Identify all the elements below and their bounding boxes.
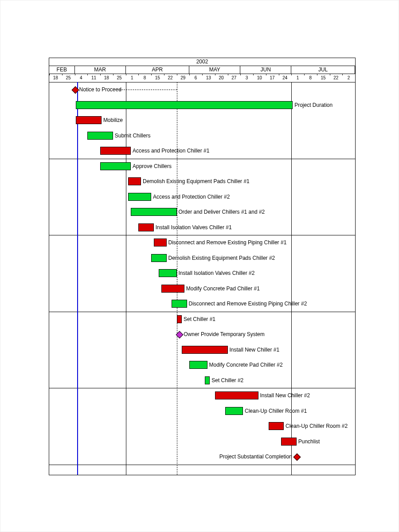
gantt-chart: 2002 FEBMARAPRMAYJUNJUL 1825411182518152… — [49, 58, 356, 475]
task-label: Demolish Existing Equipment Pads Chiller… — [143, 177, 250, 185]
month-label: MAR — [75, 66, 126, 74]
dashed-grid-line — [177, 82, 177, 475]
gantt-bar — [172, 300, 187, 308]
week-tick: 11 — [87, 74, 100, 82]
week-tick: 15 — [151, 74, 164, 82]
gantt-bar — [76, 101, 293, 109]
task-label: Modify Concrete Pad Chiller #2 — [209, 361, 283, 369]
week-tick: 4 — [75, 74, 88, 82]
gantt-bar — [215, 391, 258, 399]
week-tick: 24 — [279, 74, 292, 82]
week-tick: 13 — [202, 74, 215, 82]
task-label: Set Chiller #2 — [211, 376, 243, 384]
week-tick: 10 — [253, 74, 266, 82]
gantt-bar — [159, 269, 176, 277]
year-label: 2002 — [49, 58, 355, 66]
week-tick: 18 — [100, 74, 113, 82]
month-label: JUL — [291, 66, 355, 74]
gantt-bar — [269, 422, 284, 430]
week-tick: 20 — [215, 74, 228, 82]
gantt-bar — [100, 147, 131, 155]
task-label: Disconnect and Remove Existing Piping Ch… — [168, 239, 287, 246]
week-tick: 22 — [330, 74, 343, 82]
gantt-bar — [281, 438, 297, 446]
row-grid-line — [49, 235, 355, 235]
page: 2002 FEBMARAPRMAYJUNJUL 1825411182518152… — [0, 0, 399, 532]
week-tick: 17 — [266, 74, 279, 82]
task-label: Access and Protection Chiller #2 — [153, 193, 230, 201]
gantt-bar — [177, 315, 182, 323]
week-tick: 25 — [62, 74, 75, 82]
milestone-diamond-icon — [293, 454, 301, 461]
task-label: Demolish Existing Equipment Pads Chiller… — [168, 254, 275, 262]
task-label: Punchlist — [298, 438, 320, 446]
week-tick: 25 — [113, 74, 126, 82]
month-label: JUN — [240, 66, 291, 74]
gantt-bar — [131, 208, 177, 216]
dashed-grid-line — [126, 82, 126, 475]
task-label: Install Isolation Valves Chiller #1 — [156, 223, 232, 231]
task-label: Project Duration — [294, 101, 332, 109]
week-tick: 3 — [240, 74, 253, 82]
row-grid-line — [49, 388, 355, 388]
gantt-bar — [128, 177, 141, 185]
milestone-label: Notice to Proceed — [79, 86, 121, 94]
gantt-bar — [161, 285, 184, 293]
milestone-label: Project Substantial Completion — [219, 453, 292, 461]
month-label: APR — [126, 66, 190, 74]
gantt-bar — [87, 132, 113, 140]
weeks-row: 1825411182518152229613202731017241815222 — [49, 74, 355, 82]
task-label: Mobilize — [103, 116, 123, 124]
week-tick: 27 — [228, 74, 241, 82]
task-label: Clean-Up Chiller Room #2 — [286, 422, 348, 430]
task-label: Access and Protection Chiller #1 — [133, 147, 209, 155]
week-tick: 1 — [126, 74, 139, 82]
week-tick: 18 — [49, 74, 62, 82]
milestone-label: Owner Provide Temporary System — [184, 330, 265, 338]
gantt-bar — [225, 407, 243, 415]
gantt-bar — [182, 346, 228, 354]
chart-body: Notice to ProceedProject DurationMobiliz… — [49, 82, 355, 475]
task-label: Install New Chiller #2 — [260, 391, 310, 399]
gantt-bar — [154, 239, 167, 246]
task-label: Clean-Up Chiller Room #1 — [245, 407, 307, 415]
gantt-bar — [151, 254, 167, 262]
gantt-bar — [76, 116, 102, 124]
week-tick: 22 — [164, 74, 177, 82]
task-label: Set Chiller #1 — [184, 315, 215, 323]
week-tick: 6 — [189, 74, 202, 82]
task-label: Install Isolation Valves Chiller #2 — [179, 269, 255, 277]
gantt-bar — [128, 193, 151, 201]
row-grid-line — [49, 312, 355, 312]
task-label: Approve Chillers — [133, 162, 172, 170]
task-label: Install New Chiller #1 — [230, 346, 280, 354]
task-label: Submit Chillers — [115, 132, 151, 140]
gantt-bar — [205, 376, 210, 384]
gantt-bar — [100, 162, 131, 170]
dashed-grid-line — [291, 82, 292, 475]
month-label: MAY — [189, 66, 240, 74]
months-row: FEBMARAPRMAYJUNJUL — [49, 66, 355, 74]
week-tick: 8 — [304, 74, 317, 82]
week-tick: 8 — [138, 74, 151, 82]
today-line — [77, 82, 78, 475]
task-label: Modify Concrete Pad Chiller #1 — [186, 285, 260, 293]
task-label: Order and Deliver Chillers #1 and #2 — [179, 208, 265, 216]
gantt-bar — [138, 223, 154, 231]
week-tick: 1 — [291, 74, 304, 82]
week-tick: 15 — [317, 74, 330, 82]
task-label: Disconnect and Remove Existing Piping Ch… — [189, 300, 307, 308]
chart-header: 2002 FEBMARAPRMAYJUNJUL 1825411182518152… — [49, 58, 355, 82]
week-tick: 29 — [177, 74, 190, 82]
dependency-connector — [119, 90, 177, 90]
week-tick: 2 — [342, 74, 355, 82]
row-grid-line — [49, 159, 355, 159]
row-grid-line — [49, 465, 355, 465]
gantt-bar — [189, 361, 207, 369]
month-label: FEB — [49, 66, 75, 74]
